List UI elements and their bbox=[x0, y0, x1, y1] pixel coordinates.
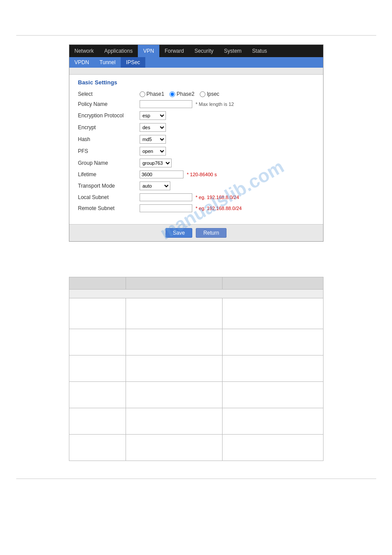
data-table bbox=[69, 277, 324, 461]
hash-control: md5 sha1 bbox=[140, 135, 166, 144]
table-cell bbox=[222, 355, 323, 382]
group-name-control: group763 group1 group2 bbox=[140, 159, 172, 167]
policy-name-input[interactable] bbox=[140, 100, 192, 108]
table-cell bbox=[126, 435, 223, 461]
local-subnet-input[interactable] bbox=[140, 193, 192, 201]
local-subnet-hint: * eg. 192.168.8.0/24 bbox=[196, 195, 239, 200]
nav-forward[interactable]: Forward bbox=[159, 45, 189, 57]
table-cell bbox=[69, 298, 126, 329]
pfs-select[interactable]: open close bbox=[140, 147, 166, 156]
table-cell bbox=[126, 408, 223, 435]
table-cell bbox=[69, 435, 126, 461]
table-cell bbox=[69, 382, 126, 408]
data-table-section bbox=[69, 277, 324, 461]
table-row bbox=[69, 355, 323, 382]
transport-mode-control: auto tunnel transport bbox=[140, 181, 170, 190]
lifetime-input[interactable] bbox=[140, 170, 183, 178]
router-panel: Network Applications VPN Forward Securit… bbox=[69, 44, 324, 242]
hash-select[interactable]: md5 sha1 bbox=[140, 135, 166, 144]
form-row-pfs: PFS open close bbox=[78, 147, 314, 156]
nav-vpn[interactable]: VPN bbox=[138, 45, 159, 57]
encrypt-select[interactable]: des 3des aes bbox=[140, 123, 166, 132]
table-row bbox=[69, 382, 323, 408]
table-cell bbox=[126, 355, 223, 382]
return-button[interactable]: Return bbox=[196, 228, 227, 238]
table-cell bbox=[126, 329, 223, 355]
radio-phase2[interactable]: Phase2 bbox=[169, 91, 194, 97]
form-row-transport-mode: Transport Mode auto tunnel transport bbox=[78, 181, 314, 190]
nav-system[interactable]: System bbox=[219, 45, 247, 57]
label-encryption-protocol: Encryption Protocol bbox=[78, 112, 140, 119]
label-policy-name: Policy Name bbox=[78, 101, 140, 107]
remote-subnet-control: * eg. 192.168.88.0/24 bbox=[140, 204, 242, 212]
remote-subnet-input[interactable] bbox=[140, 204, 192, 212]
table-header-col3 bbox=[222, 277, 323, 290]
table-cell bbox=[222, 435, 323, 461]
nav-applications[interactable]: Applications bbox=[99, 45, 138, 57]
pfs-control: open close bbox=[140, 147, 166, 156]
table-cell bbox=[222, 329, 323, 355]
content-area: Basic Settings Select Phase1 bbox=[69, 75, 323, 224]
table-cell bbox=[69, 408, 126, 435]
policy-name-hint: * Max length is 12 bbox=[196, 102, 234, 107]
top-navigation: Network Applications VPN Forward Securit… bbox=[69, 45, 323, 57]
radio-ipsec-input[interactable] bbox=[200, 91, 205, 97]
encryption-protocol-control: esp ah bbox=[140, 111, 166, 120]
form-row-local-subnet: Local Subnet * eg. 192.168.8.0/24 bbox=[78, 193, 314, 201]
sub-navigation: VPDN Tunnel IPSec bbox=[69, 57, 323, 68]
table-cell bbox=[222, 408, 323, 435]
form-row-hash: Hash md5 sha1 bbox=[78, 135, 314, 144]
nav-security[interactable]: Security bbox=[189, 45, 219, 57]
group-name-select[interactable]: group763 group1 group2 bbox=[140, 159, 172, 167]
form-row-lifetime: Lifetime * 120-86400 s bbox=[78, 170, 314, 178]
remote-subnet-hint: * eg. 192.168.88.0/24 bbox=[196, 206, 242, 211]
radio-phase1[interactable]: Phase1 bbox=[140, 91, 165, 97]
sub-vpdn[interactable]: VPDN bbox=[69, 57, 94, 68]
label-lifetime: Lifetime bbox=[78, 171, 140, 178]
radio-ipsec[interactable]: Ipsec bbox=[200, 91, 219, 97]
table-row bbox=[69, 408, 323, 435]
table-cell bbox=[222, 382, 323, 408]
form-row-policy-name: Policy Name * Max length is 12 bbox=[78, 100, 314, 108]
table-cell bbox=[69, 329, 126, 355]
label-encrypt: Encrypt bbox=[78, 124, 140, 131]
label-hash: Hash bbox=[78, 136, 140, 142]
table-cell bbox=[222, 298, 323, 329]
table-row bbox=[69, 329, 323, 355]
table-cell bbox=[126, 298, 223, 329]
lifetime-hint: * 120-86400 s bbox=[187, 172, 217, 177]
footer-strip: Save Return bbox=[69, 224, 323, 241]
local-subnet-control: * eg. 192.168.8.0/24 bbox=[140, 193, 239, 201]
radio-phase1-input[interactable] bbox=[140, 91, 145, 97]
table-cell bbox=[69, 355, 126, 382]
radio-phase2-input[interactable] bbox=[169, 91, 175, 97]
form-row-group-name: Group Name group763 group1 group2 bbox=[78, 159, 314, 167]
lifetime-control: * 120-86400 s bbox=[140, 170, 217, 178]
form-row-select: Select Phase1 Phase2 bbox=[78, 91, 314, 97]
nav-status[interactable]: Status bbox=[247, 45, 272, 57]
table-row bbox=[69, 290, 323, 298]
label-group-name: Group Name bbox=[78, 160, 140, 166]
form-row-encryption-protocol: Encryption Protocol esp ah bbox=[78, 111, 314, 120]
save-button[interactable]: Save bbox=[165, 228, 192, 238]
table-merged-cell bbox=[69, 290, 323, 298]
form-row-encrypt: Encrypt des 3des aes bbox=[78, 123, 314, 132]
label-transport-mode: Transport Mode bbox=[78, 183, 140, 189]
encrypt-control: des 3des aes bbox=[140, 123, 166, 132]
table-cell bbox=[126, 382, 223, 408]
encryption-protocol-select[interactable]: esp ah bbox=[140, 111, 166, 120]
table-header-row bbox=[69, 277, 323, 290]
table-header-col1 bbox=[69, 277, 126, 290]
form-row-remote-subnet: Remote Subnet * eg. 192.168.88.0/24 bbox=[78, 204, 314, 212]
nav-network[interactable]: Network bbox=[69, 45, 99, 57]
label-select: Select bbox=[78, 91, 140, 97]
transport-mode-select[interactable]: auto tunnel transport bbox=[140, 181, 170, 190]
form-table: Select Phase1 Phase2 bbox=[78, 91, 314, 212]
label-remote-subnet: Remote Subnet bbox=[78, 205, 140, 211]
table-row bbox=[69, 435, 323, 461]
sub-tunnel[interactable]: Tunnel bbox=[94, 57, 121, 68]
table-row bbox=[69, 298, 323, 329]
sub-ipsec[interactable]: IPSec bbox=[121, 57, 145, 68]
policy-name-control: * Max length is 12 bbox=[140, 100, 234, 108]
select-radio-group: Phase1 Phase2 Ipsec bbox=[140, 91, 219, 97]
